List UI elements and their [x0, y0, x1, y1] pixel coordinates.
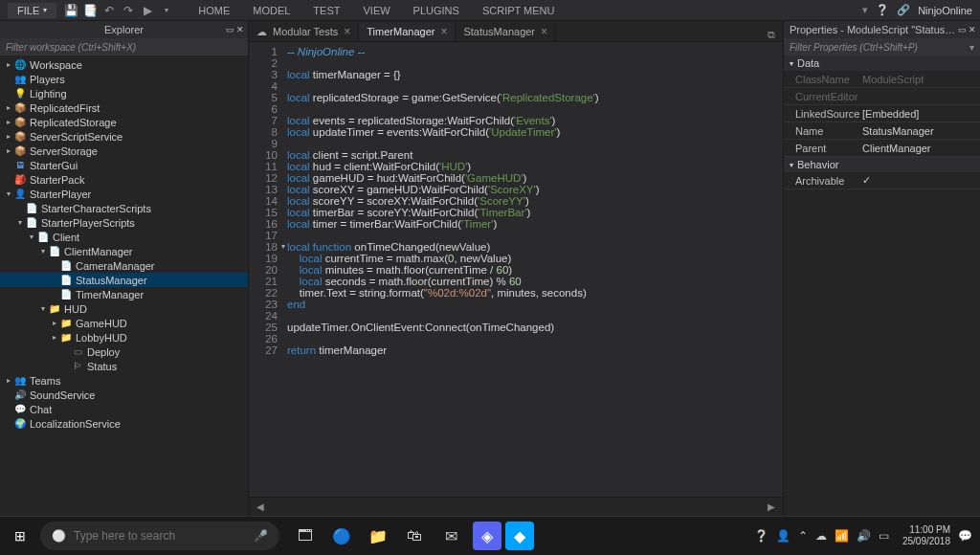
microphone-icon[interactable]: 🎤 — [254, 529, 268, 543]
property-row[interactable]: LinkedSource[Embedded] — [784, 105, 980, 122]
property-row[interactable]: CurrentEditor — [784, 88, 980, 105]
ribbon-tab[interactable]: MODEL — [251, 1, 292, 20]
property-value[interactable]: ModuleScript — [858, 74, 980, 85]
file-menu-button[interactable]: FILE ▾ — [8, 3, 56, 18]
ribbon-tab[interactable]: TEST — [311, 1, 342, 20]
undo-icon[interactable]: ↶ — [102, 4, 116, 17]
tray-volume-icon[interactable]: 🔊 — [857, 529, 871, 543]
tree-arrow-icon[interactable]: ▸ — [4, 146, 13, 155]
tray-onedrive-icon[interactable]: ☁ — [815, 529, 827, 543]
search-input[interactable] — [74, 529, 246, 543]
toolbar-menu-chevron-icon[interactable]: ▾ — [160, 4, 173, 17]
property-section-header[interactable]: ▾Data — [784, 56, 980, 71]
property-row[interactable]: ParentClientManager — [784, 140, 980, 157]
tree-arrow-icon[interactable]: ▸ — [4, 103, 13, 112]
tree-arrow-icon[interactable]: ▸ — [4, 132, 13, 141]
tray-help-icon[interactable]: ❔ — [754, 529, 768, 543]
tree-arrow-icon[interactable]: ▸ — [50, 333, 59, 342]
file-explorer-icon[interactable]: 📁 — [360, 517, 396, 556]
tree-arrow-icon[interactable]: ▸ — [4, 118, 13, 126]
discord-icon[interactable]: ◈ — [473, 522, 501, 550]
tree-item[interactable]: 🌍LocalizationService — [0, 416, 248, 431]
property-value[interactable]: [Embedded] — [858, 108, 980, 120]
code-editor[interactable]: 123456789101112131415161718▾192021222324… — [249, 42, 783, 497]
tree-arrow-icon[interactable]: ▾ — [38, 247, 48, 255]
store-icon[interactable]: 🛍 — [396, 517, 433, 556]
play-icon[interactable]: ▶ — [141, 4, 154, 17]
cortana-search[interactable]: ⚪ 🎤 — [40, 522, 279, 550]
close-icon[interactable]: ✕ — [236, 25, 244, 34]
ribbon-tab[interactable]: HOME — [196, 1, 232, 20]
tray-people-icon[interactable]: 👤 — [776, 529, 791, 543]
chrome-icon[interactable]: 🔵 — [323, 517, 360, 556]
tree-item[interactable]: ▸🌐Workspace — [0, 57, 248, 72]
code-content[interactable]: -- NinjoOnline -- local timerManager = {… — [287, 46, 783, 497]
nav-forward-icon[interactable]: ▶ — [768, 501, 775, 512]
tree-item[interactable]: 📄TimerManager — [0, 287, 248, 301]
close-icon[interactable]: ✕ — [969, 25, 976, 34]
tray-network-icon[interactable]: 📶 — [835, 529, 849, 543]
tree-arrow-icon[interactable]: ▸ — [4, 60, 13, 69]
save-all-icon[interactable]: 📑 — [83, 4, 97, 17]
tree-item[interactable]: ▾👤StarterPlayer — [0, 187, 248, 201]
tree-item[interactable]: 🖥StarterGui — [0, 158, 248, 172]
save-icon[interactable]: 💾 — [64, 4, 78, 17]
nav-back-icon[interactable]: ◀ — [256, 501, 264, 512]
ribbon-tab[interactable]: SCRIPT MENU — [480, 1, 557, 20]
tree-item[interactable]: ▸📦ReplicatedFirst — [0, 100, 248, 115]
ribbon-tab[interactable]: PLUGINS — [412, 1, 461, 20]
tray-chevron-up-icon[interactable]: ⌃ — [798, 529, 808, 543]
editor-tab[interactable]: ☁Modular Tests× — [249, 22, 359, 41]
explorer-tree[interactable]: ▸🌐Workspace👥Players💡Lighting▸📦Replicated… — [0, 56, 248, 516]
property-row[interactable]: NameStatusManager — [784, 122, 980, 140]
undock-icon[interactable]: ▭ — [958, 25, 967, 34]
explorer-filter-input[interactable]: Filter workspace (Ctrl+Shift+X) — [0, 38, 248, 56]
taskbar-clock[interactable]: 11:00 PM 25/09/2018 — [902, 524, 950, 547]
tab-close-icon[interactable]: × — [541, 25, 547, 38]
fold-arrow-icon[interactable]: ▾ — [281, 241, 285, 253]
tree-item[interactable]: 🔊SoundService — [0, 388, 248, 402]
ribbon-tab[interactable]: VIEW — [361, 1, 391, 20]
tree-item[interactable]: ▾📁HUD — [0, 301, 248, 316]
tree-arrow-icon[interactable]: ▾ — [15, 218, 25, 227]
editor-split-icon[interactable]: ⧉ — [760, 29, 783, 41]
property-row[interactable]: Archivable✓ — [784, 172, 980, 189]
editor-tab[interactable]: TimerManager× — [359, 22, 456, 41]
tree-item[interactable]: 📄StarterCharacterScripts — [0, 201, 248, 215]
tree-item[interactable]: 💡Lighting — [0, 86, 248, 100]
start-button[interactable]: ⊞ — [0, 517, 40, 556]
tree-arrow-icon[interactable]: ▾ — [27, 233, 36, 241]
tree-item[interactable]: ▸📦ServerStorage — [0, 144, 248, 158]
tree-item[interactable]: ▾📄Client — [0, 230, 248, 244]
tree-arrow-icon[interactable]: ▸ — [4, 376, 13, 385]
tree-item[interactable]: 📄CameraManager — [0, 258, 248, 273]
help-icon[interactable]: ❔ — [876, 4, 889, 16]
tree-arrow-icon[interactable]: ▸ — [50, 319, 59, 327]
tree-item[interactable]: 💬Chat — [0, 402, 248, 416]
properties-filter-input[interactable]: Filter Properties (Ctrl+Shift+P) ▾ — [784, 38, 980, 56]
collapse-icon[interactable]: ▾ — [862, 4, 868, 16]
redo-icon[interactable]: ↷ — [122, 4, 135, 17]
tree-item[interactable]: ▸📦ReplicatedStorage — [0, 115, 248, 129]
task-view-icon[interactable]: 🗔 — [287, 517, 323, 556]
tab-close-icon[interactable]: × — [344, 25, 350, 38]
dropdown-arrow-icon[interactable]: ▾ — [969, 42, 974, 53]
share-icon[interactable]: 🔗 — [897, 4, 910, 16]
property-value[interactable]: ClientManager — [858, 143, 980, 154]
tree-item[interactable]: ▾📄StarterPlayerScripts — [0, 215, 248, 230]
tree-item[interactable]: 📄StatusManager — [0, 273, 248, 287]
tree-item[interactable]: ▸📁GameHUD — [0, 316, 248, 330]
property-value[interactable]: StatusManager — [858, 125, 980, 137]
tree-item[interactable]: 🏳Status — [0, 359, 248, 373]
roblox-studio-icon[interactable]: ◆ — [505, 522, 534, 550]
tree-item[interactable]: ▭Deploy — [0, 344, 248, 359]
tab-close-icon[interactable]: × — [440, 25, 447, 38]
tray-language-icon[interactable]: ▭ — [879, 529, 889, 543]
mail-icon[interactable]: ✉ — [433, 517, 469, 556]
notifications-icon[interactable]: 💬 — [958, 529, 972, 543]
editor-tab[interactable]: StatusManager× — [456, 22, 556, 41]
tree-item[interactable]: ▸📦ServerScriptService — [0, 129, 248, 144]
undock-icon[interactable]: ▭ — [226, 25, 234, 34]
tree-item[interactable]: ▸📁LobbyHUD — [0, 330, 248, 344]
property-value[interactable]: ✓ — [858, 174, 980, 187]
